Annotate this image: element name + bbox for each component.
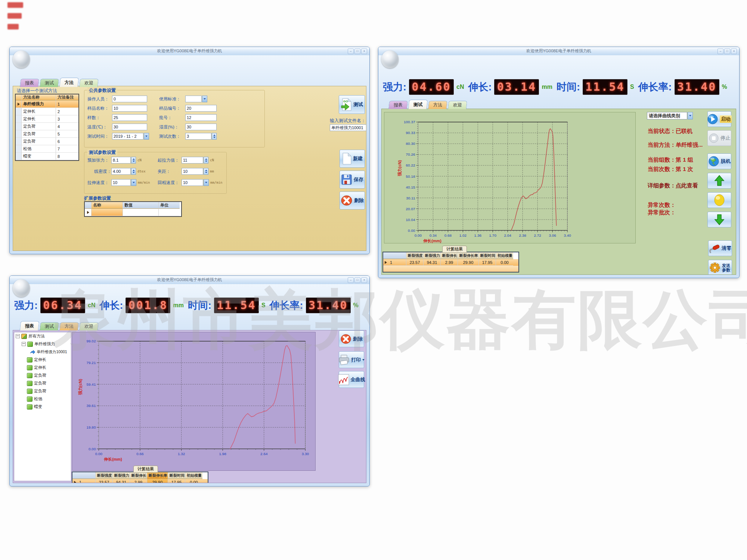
tree-root-all-methods[interactable]: 所有方法 [14, 332, 71, 340]
send-params-button[interactable]: 发送参数 [708, 260, 732, 275]
method-row[interactable]: 定负荷 4 [16, 123, 78, 130]
collapse-icon[interactable] [16, 334, 20, 338]
minimize-button[interactable]: – [348, 49, 354, 54]
close-button[interactable]: × [361, 49, 367, 54]
status-state: 当前状态：已联机 [648, 128, 692, 135]
zero-clear-button[interactable]: 清零 [708, 240, 732, 256]
file-name-input[interactable]: 单纤维强力10001 [330, 124, 366, 131]
tab-test[interactable]: 测试 [408, 100, 428, 109]
row-marker-icon [74, 481, 76, 483]
root-folder-icon [21, 334, 27, 339]
maximize-button[interactable]: □ [724, 49, 730, 54]
start-button[interactable]: 启动 [707, 111, 731, 127]
crosshead-stop-button[interactable] [707, 192, 731, 208]
dropdown-arrow-icon[interactable] [202, 96, 207, 102]
spinner-control[interactable] [131, 168, 136, 175]
tree-item[interactable]: 定伸长 [14, 364, 71, 371]
tree-item[interactable]: 定负荷 [14, 371, 71, 379]
stretch-speed-field[interactable]: 10 [111, 179, 131, 186]
tab-welcome[interactable]: 欢迎 [448, 101, 467, 109]
window-title: 欢迎使用YG008E电子单纤维强力机 [378, 47, 739, 55]
operator-field[interactable]: 0 [112, 96, 147, 102]
tab-report[interactable]: 报表 [20, 79, 39, 87]
maximize-button[interactable]: □ [354, 277, 360, 283]
method-row[interactable]: 定伸长 3 [16, 115, 78, 123]
linear-density-field[interactable]: 4.00 [111, 168, 131, 175]
gauge-length-field[interactable]: 10 [182, 168, 203, 175]
tab-report[interactable]: 报表 [20, 321, 40, 330]
result-row[interactable]: 1 23.57 94.31 2.99 29.90 17.95 0.00 [383, 259, 518, 266]
spinner-control[interactable] [212, 133, 217, 140]
run-test-button[interactable]: GO 测试 [339, 95, 365, 114]
return-speed-field[interactable]: 10 [182, 179, 203, 186]
spinner-control[interactable] [204, 168, 208, 175]
time-led-display: 11.54 [583, 79, 627, 95]
dropdown-arrow-icon[interactable] [688, 112, 693, 119]
test-tab-content: 0.0010.0420.0730.1140.1550.1860.2270.268… [381, 109, 736, 275]
method-row-selected[interactable]: 单纤维强力 1 [16, 100, 78, 108]
test-date-field[interactable]: 2019 - 11 - 2 [112, 133, 143, 140]
curve-type-select[interactable]: 请选择曲线类别 [647, 112, 693, 119]
green-down-arrow-icon [714, 214, 725, 225]
collapse-icon[interactable] [22, 342, 26, 346]
tab-report[interactable]: 报表 [388, 101, 408, 109]
sample-count-field[interactable]: 25 [112, 114, 147, 121]
tab-test[interactable]: 测试 [40, 79, 59, 87]
method-row[interactable]: 定伸长 2 [16, 108, 78, 115]
new-button[interactable]: 新建 [340, 150, 365, 168]
tab-welcome[interactable]: 欢迎 [79, 79, 99, 87]
maximize-button[interactable]: □ [354, 49, 360, 54]
dropdown-arrow-icon [362, 359, 365, 361]
spinner-control[interactable] [131, 157, 136, 164]
svg-text:强力(cN): 强力(cN) [397, 160, 402, 176]
tree-item[interactable]: 松弛 [14, 395, 71, 403]
tree-item[interactable]: 定伸长 [14, 356, 71, 364]
date-dropdown-icon[interactable] [144, 133, 149, 140]
delete-button[interactable]: 删除 [340, 192, 365, 209]
svg-text:2.04: 2.04 [504, 233, 512, 237]
result-row[interactable]: 1 23.57 94.31 2.99 29.90 17.95 0.00 [72, 479, 208, 483]
minimize-button[interactable]: – [717, 49, 723, 54]
method-row[interactable]: 定负荷 6 [16, 138, 78, 145]
print-button[interactable]: 打印 [339, 351, 364, 368]
method-row[interactable]: 蠕变 8 [16, 153, 78, 160]
ext-params-row[interactable] [85, 209, 181, 216]
batch-no-field[interactable]: 12 [185, 114, 217, 121]
save-button[interactable]: 保存 [340, 171, 365, 189]
sample-name-field[interactable]: 10 [112, 105, 147, 112]
standard-field[interactable] [185, 96, 202, 102]
tab-method[interactable]: 方法 [59, 322, 79, 330]
close-button[interactable]: × [361, 277, 367, 283]
stop-button[interactable]: 停止 [707, 130, 731, 146]
row-marker-icon [87, 211, 89, 214]
svg-text:60.22: 60.22 [406, 163, 415, 167]
test-times-field[interactable]: 3 [185, 133, 211, 140]
tab-method[interactable]: 方法 [428, 101, 447, 109]
tree-item-group[interactable]: 单纤维强力 [14, 340, 71, 348]
sample-no-field[interactable]: 20 [185, 105, 217, 112]
crosshead-down-button[interactable] [707, 212, 731, 227]
start-force-field[interactable]: 11 [182, 157, 203, 164]
humidity-field[interactable]: 30 [185, 124, 217, 130]
offline-button[interactable]: 脱机 [707, 153, 731, 169]
dropdown-arrow-icon[interactable] [131, 179, 136, 186]
tree-item-file[interactable]: 单纤维强力10001 [14, 348, 71, 356]
full-curve-button[interactable]: 全曲线 [339, 371, 364, 388]
pretension-field[interactable]: 8.1 [111, 157, 131, 164]
tree-item[interactable]: 定负荷 [14, 379, 71, 387]
tab-welcome[interactable]: 欢迎 [79, 322, 99, 330]
minimize-button[interactable]: – [348, 277, 354, 283]
method-row[interactable]: 松弛 7 [16, 145, 78, 153]
status-detail-link[interactable]: 详细参数：点此查看 [648, 182, 698, 189]
tree-item[interactable]: 定负荷 [14, 387, 71, 395]
temperature-field[interactable]: 30 [112, 124, 147, 130]
tab-test[interactable]: 测试 [40, 322, 59, 330]
spinner-control[interactable] [204, 157, 208, 164]
tree-item[interactable]: 蠕变 [14, 403, 71, 411]
close-button[interactable]: × [731, 49, 737, 54]
delete-button[interactable]: 删除 [339, 330, 364, 347]
dropdown-arrow-icon[interactable] [204, 179, 209, 186]
crosshead-up-button[interactable] [707, 173, 731, 189]
method-row[interactable]: 定负荷 5 [16, 130, 78, 138]
tab-method[interactable]: 方法 [59, 78, 79, 87]
